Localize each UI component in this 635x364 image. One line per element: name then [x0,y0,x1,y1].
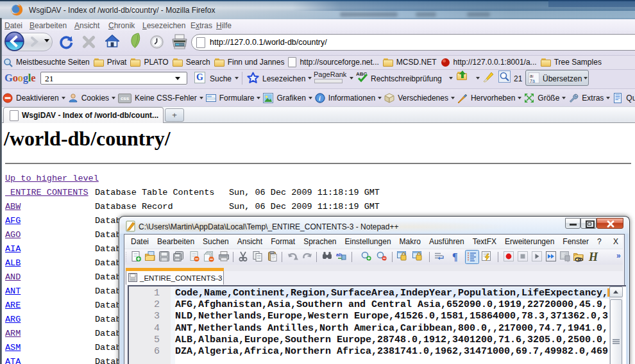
svg-text:¶: ¶ [452,251,458,262]
svg-text:H: H [588,251,598,263]
svg-text:ab: ab [336,252,342,258]
svg-text:»: » [616,251,621,260]
svg-text:aı: aı [530,74,534,78]
svg-text:i: i [319,95,321,102]
svg-text:7ä: 7ä [530,79,535,83]
